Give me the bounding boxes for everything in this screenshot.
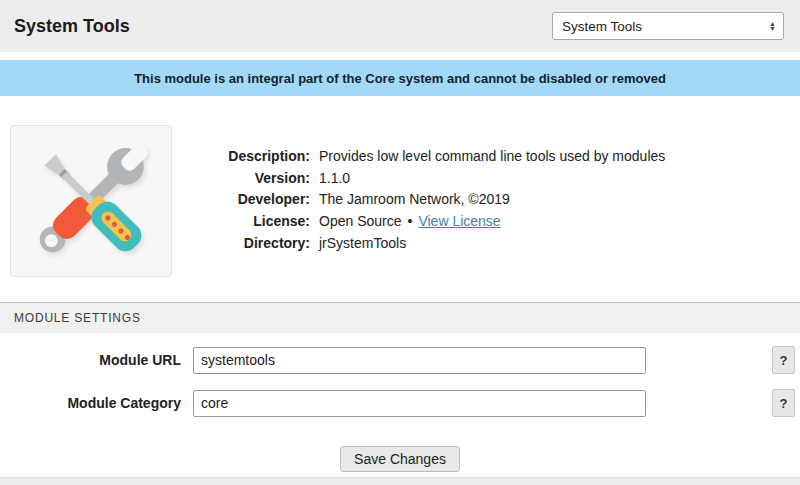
module-info-table: Description: Provides low level command …: [160, 148, 665, 256]
info-value: jrSystemTools: [319, 235, 406, 251]
form-row-module-url: Module URL ?: [0, 346, 800, 374]
page: System Tools System Tools ▲▼ This module…: [0, 0, 800, 485]
module-url-input[interactable]: [193, 347, 646, 374]
view-license-link[interactable]: View License: [418, 213, 500, 229]
module-settings-section-bar: MODULE SETTINGS: [0, 302, 800, 333]
info-label: Version:: [160, 170, 310, 186]
info-row-license: License: Open Source • View License: [160, 213, 665, 235]
info-label: Description:: [160, 148, 310, 164]
bullet-separator: •: [408, 213, 413, 229]
info-row-description: Description: Provides low level command …: [160, 148, 665, 170]
notice-banner: This module is an integral part of the C…: [0, 60, 800, 96]
settings-form: Module URL ? Module Category ? Save Chan…: [0, 346, 800, 472]
save-row: Save Changes: [0, 446, 800, 472]
info-label: Developer:: [160, 191, 310, 207]
info-label: License:: [160, 213, 310, 229]
module-info-section: Description: Provides low level command …: [0, 96, 800, 302]
module-url-help-button[interactable]: ?: [772, 346, 795, 374]
info-value: Provides low level command line tools us…: [319, 148, 665, 164]
module-select-wrap: System Tools ▲▼: [552, 12, 784, 40]
info-row-directory: Directory: jrSystemTools: [160, 235, 665, 257]
info-row-developer: Developer: The Jamroom Network, ©2019: [160, 191, 665, 213]
info-value: 1.1.0: [319, 170, 350, 186]
module-category-input[interactable]: [193, 390, 646, 417]
info-value: Open Source: [319, 213, 402, 229]
tools-icon: [17, 132, 165, 270]
header-gap: [0, 52, 800, 60]
header: System Tools System Tools ▲▼: [0, 0, 800, 52]
info-row-version: Version: 1.1.0: [160, 170, 665, 192]
save-changes-button[interactable]: Save Changes: [340, 446, 460, 472]
module-category-help-button[interactable]: ?: [772, 389, 795, 417]
module-select[interactable]: System Tools: [552, 12, 784, 40]
info-label: Directory:: [160, 235, 310, 251]
notice-banner-text: This module is an integral part of the C…: [134, 71, 666, 86]
module-category-label: Module Category: [0, 395, 193, 411]
info-value: The Jamroom Network, ©2019: [319, 191, 510, 207]
module-icon-box: [10, 125, 172, 277]
form-row-module-category: Module Category ?: [0, 389, 800, 417]
section-title: MODULE SETTINGS: [14, 311, 141, 325]
footer-strip: [0, 477, 800, 485]
module-url-label: Module URL: [0, 352, 193, 368]
page-title: System Tools: [14, 16, 130, 37]
